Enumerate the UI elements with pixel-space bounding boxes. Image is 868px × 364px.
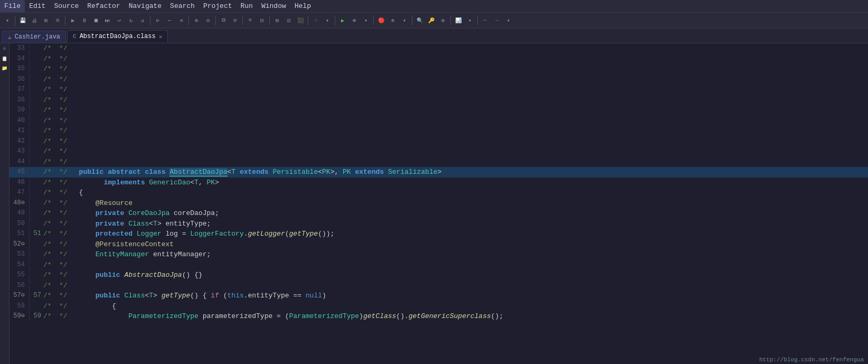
tab-cashier[interactable]: ☕ Cashier.java (2, 31, 66, 43)
line-44: 44 /* */ (10, 157, 868, 167)
line-52: 52⊖ /* */ @PersistenceContext (10, 239, 868, 250)
toolbar-sep-6 (242, 16, 243, 25)
line-37: 37 /* */ (10, 85, 868, 95)
line-52-code: @PersistenceContext (71, 239, 174, 250)
line-56: 56 /* */ (10, 281, 868, 291)
toolbar-btn-21[interactable]: ⊞ (272, 15, 282, 26)
line-49-code: private CoreDaoJpa coreDaoJpa; (71, 208, 219, 219)
toolbar-btn-12[interactable]: ⊳ (153, 15, 163, 26)
toolbar-sep-12 (450, 16, 451, 25)
toolbar-btn-4[interactable]: ⧈ (52, 15, 63, 26)
line-49: 49 /* */ private CoreDaoJpa coreDaoJpa; (10, 208, 868, 219)
status-url: http://blog.csdn.net/fenfengua (759, 357, 864, 363)
line-45-code: public abstract class AbstractDaoJpa<T e… (71, 167, 441, 178)
sidebar-icon-3[interactable]: 📁 (1, 64, 8, 72)
toolbar-btn-31[interactable]: 🔍 (414, 15, 425, 26)
tabs-bar: ☕ Cashier.java C AbstractDaoJpa.class ✕ (0, 29, 868, 43)
toolbar-btn-11[interactable]: ↺ (137, 15, 148, 26)
toolbar-btn-14[interactable]: ⊲ (176, 15, 186, 26)
menu-bar: File Edit Source Refactor Navigate Searc… (0, 0, 868, 13)
abstract-tab-icon: C (73, 33, 77, 40)
line-50: 50 /* */ private Class<T> entityType; (10, 219, 868, 229)
toolbar-btn-24[interactable]: ⁘ (310, 15, 321, 26)
menu-navigate[interactable]: Navigate (125, 0, 166, 12)
toolbar-btn-3[interactable]: ⊞ (41, 15, 51, 26)
toolbar-btn-9[interactable]: ↩ (114, 15, 125, 26)
toolbar-sep-7 (269, 16, 270, 25)
toolbar-btn-8[interactable]: ⏭ (102, 15, 113, 26)
code-container: 33 /* */ 34 /* */ 35 /* */ 36 /* */ 37 /… (10, 43, 868, 322)
toolbar-btn-back[interactable]: ← (480, 15, 490, 26)
abstract-tab-label: AbstractDaoJpa.class (80, 33, 156, 40)
toolbar-btn-27[interactable]: ▾ (361, 15, 371, 26)
toolbar-btn-32[interactable]: 🔑 (426, 15, 437, 26)
line-36: 36 /* */ (10, 74, 868, 85)
toolbar-btn-17[interactable]: ⧉ (218, 15, 229, 26)
menu-search[interactable]: Search (166, 0, 199, 12)
menu-refactor[interactable]: Refactor (83, 0, 124, 12)
toolbar-btn-1[interactable]: ▾ (2, 15, 13, 26)
toolbar-sep-10 (373, 16, 374, 25)
menu-file[interactable]: File (0, 0, 25, 12)
line-48-code: @Resource (71, 198, 133, 209)
toolbar-btn-30[interactable]: ▾ (399, 15, 410, 26)
line-48: 48⊖ /* */ @Resource (10, 198, 868, 209)
toolbar-btn-forward[interactable]: → (492, 15, 502, 26)
toolbar-sep-8 (308, 16, 308, 25)
toolbar-sep-1 (15, 16, 15, 25)
toolbar-btn-15[interactable]: ⊕ (191, 15, 202, 26)
toolbar-sep-5 (215, 16, 216, 25)
left-sidebar: ≡ 📋 📁 (0, 43, 10, 364)
tab-abstract[interactable]: C AbstractDaoJpa.class ✕ (67, 30, 168, 43)
line-51-code: protected Logger log = LoggerFactory.get… (71, 229, 334, 239)
toolbar-btn-25[interactable]: ▾ (322, 15, 333, 26)
toolbar-sep-2 (65, 16, 65, 25)
line-42: 42 /* */ (10, 136, 868, 147)
toolbar-btn-save[interactable]: 💾 (17, 15, 28, 26)
toolbar-btn-run[interactable]: ▶ (337, 15, 348, 26)
toolbar-sep-9 (335, 16, 335, 25)
toolbar-btn-16[interactable]: ⊖ (203, 15, 213, 26)
toolbar-btn-print[interactable]: 🖨 (29, 15, 40, 26)
toolbar-btn-20[interactable]: ⊟ (257, 15, 267, 26)
abstract-tab-close[interactable]: ✕ (159, 33, 163, 40)
toolbar-btn-35[interactable]: ▾ (465, 15, 475, 26)
line-39: 39 /* */ (10, 105, 868, 116)
toolbar-btn-23[interactable]: ⬛ (295, 15, 306, 26)
line-40: 40 /* */ (10, 116, 868, 126)
toolbar-btn-36[interactable]: ▾ (503, 15, 514, 26)
toolbar-btn-10[interactable]: ↻ (126, 15, 136, 26)
menu-window[interactable]: Window (257, 0, 290, 12)
toolbar-btn-7[interactable]: ⏹ (91, 15, 101, 26)
toolbar-btn-22[interactable]: ⊡ (284, 15, 294, 26)
toolbar-btn-26[interactable]: ⊛ (349, 15, 360, 26)
sidebar-icon-2[interactable]: 📋 (1, 55, 8, 62)
line-33: 33 /* */ (10, 43, 868, 54)
toolbar-btn-13[interactable]: ⋯ (164, 15, 175, 26)
toolbar-btn-18[interactable]: ⧇ (230, 15, 240, 26)
toolbar-sep-4 (188, 16, 189, 25)
toolbar-btn-19[interactable]: ≡ (245, 15, 256, 26)
line-50-code: private Class<T> entityType; (71, 219, 211, 229)
menu-run[interactable]: Run (237, 0, 257, 12)
sidebar-icon-1[interactable]: ≡ (1, 45, 8, 53)
toolbar-btn-6[interactable]: ⏸ (79, 15, 90, 26)
line-54: 54 /* */ (10, 260, 868, 270)
menu-edit[interactable]: Edit (25, 0, 50, 12)
toolbar-sep-11 (412, 16, 412, 25)
menu-source[interactable]: Source (50, 0, 83, 12)
cashier-tab-label: Cashier.java (15, 33, 60, 41)
line-58: 58 /* */ { (10, 301, 868, 312)
status-bar: http://blog.csdn.net/fenfengua (755, 356, 868, 364)
line-57: 57⊖ 57 /* */ public Class<T> getType() {… (10, 291, 868, 301)
toolbar-btn-5[interactable]: ▶ (68, 15, 78, 26)
editor: 33 /* */ 34 /* */ 35 /* */ 36 /* */ 37 /… (10, 43, 868, 364)
toolbar-btn-28[interactable]: 🔴 (376, 15, 386, 26)
line-38: 38 /* */ (10, 95, 868, 106)
menu-help[interactable]: Help (290, 0, 315, 12)
toolbar-btn-33[interactable]: ⊗ (438, 15, 448, 26)
toolbar-btn-29[interactable]: ⊕ (388, 15, 398, 26)
line-57-code: public Class<T> getType() { if (this.ent… (71, 291, 326, 301)
toolbar-btn-34[interactable]: 📊 (453, 15, 464, 26)
menu-project[interactable]: Project (199, 0, 237, 12)
